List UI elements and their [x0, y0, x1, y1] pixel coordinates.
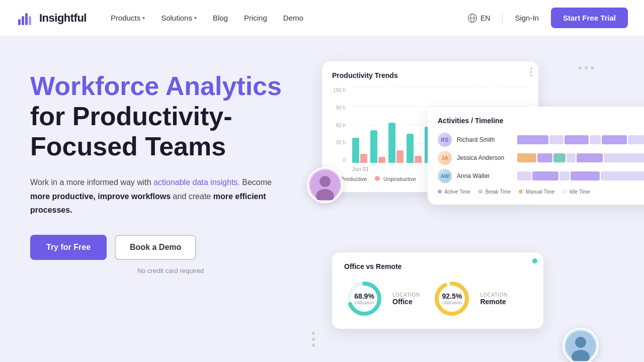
timeline-anna: [517, 171, 644, 181]
activity-row-richard: RS Richard Smith: [438, 133, 644, 147]
person-name-jessica: Jessica Anderson: [457, 154, 512, 161]
bar-teal: [407, 134, 414, 163]
bar-teal: [388, 123, 395, 163]
dot: [312, 332, 315, 335]
office-util-label: Utilization: [354, 300, 374, 305]
card-office-vs-remote: Office vs Remote 68.9% Utilization: [332, 252, 543, 329]
hero-title: Workforce Analytics for Productivity-Foc…: [30, 71, 307, 161]
chevron-down-icon: ▾: [194, 15, 197, 21]
office-loc-label: LOCATION: [392, 292, 420, 298]
bar-pink: [396, 150, 404, 163]
bar-teal: [352, 138, 359, 163]
activities-legend: Active Time Break Time Manual Time Idle …: [438, 189, 644, 195]
nav-item-products[interactable]: Products ▾: [111, 14, 145, 22]
logo-icon: [16, 9, 34, 27]
legend-idle: Idle Time: [562, 189, 590, 195]
globe-icon: [467, 13, 477, 23]
hero-description: Work in a more informed way with actiona…: [30, 175, 282, 217]
bar-pink: [360, 154, 367, 163]
timeline-richard: [517, 135, 644, 145]
office-loc-name: Office: [392, 298, 420, 306]
decoration-dots-bottom: [312, 332, 315, 347]
legend-manual: Manual Time: [519, 189, 554, 195]
svg-point-11: [319, 176, 331, 187]
svg-rect-3: [29, 16, 31, 25]
bar-teal: [370, 130, 377, 163]
nav-item-solutions[interactable]: Solutions ▾: [161, 14, 197, 22]
avatar-richard: RS: [438, 133, 452, 147]
decoration-dots-top: [579, 66, 594, 69]
bar-group: [370, 130, 385, 163]
donut-office: 68.9% Utilization: [344, 279, 384, 319]
activity-row-anna: AW Anna Walter: [438, 169, 644, 183]
hero-title-plain: for Productivity-Focused Teams: [30, 102, 232, 161]
office-title: Office vs Remote: [344, 262, 531, 270]
dot: [585, 66, 588, 69]
bar-group: [388, 123, 404, 163]
avatar-anna: AW: [438, 169, 452, 183]
floating-avatar-2: [562, 328, 599, 362]
bar-pink: [378, 157, 385, 163]
chevron-down-icon: ▾: [142, 15, 145, 21]
legend-active: Active Time: [438, 189, 470, 195]
nav-item-blog[interactable]: Blog: [213, 14, 228, 22]
legend-dot-unproductive: [375, 176, 380, 181]
svg-rect-0: [18, 19, 21, 25]
card-menu[interactable]: [530, 67, 532, 76]
remote-util-label: Utilization: [442, 300, 462, 305]
language-selector[interactable]: EN: [467, 13, 490, 23]
brand-name: Insightful: [39, 12, 87, 25]
lang-label: EN: [480, 14, 490, 22]
dot: [312, 344, 315, 347]
svg-rect-2: [25, 13, 28, 25]
divider: [502, 12, 503, 24]
book-demo-button[interactable]: Book a Demo: [115, 235, 196, 260]
nav-links: Products ▾ Solutions ▾ Blog Pricing: [111, 14, 303, 22]
office-pct: 68.9%: [354, 292, 374, 300]
remote-loc-name: Remote: [480, 298, 507, 306]
logo[interactable]: Insightful: [16, 9, 87, 27]
svg-point-14: [575, 337, 586, 348]
remote-pct: 92.5%: [442, 292, 462, 300]
navbar: Insightful Products ▾ Solutions ▾ Blog: [0, 0, 644, 36]
remote-metric: 92.5% Utilization LOCATION Remote: [432, 279, 507, 319]
floating-avatar-1: [307, 167, 343, 203]
hero-buttons: Try for Free Book a Demo: [30, 235, 307, 260]
office-location: LOCATION Office: [392, 292, 420, 306]
person-name-anna: Anna Walter: [457, 172, 512, 179]
dot: [579, 66, 582, 69]
nav-item-pricing[interactable]: Pricing: [244, 14, 267, 22]
legend-unproductive: Unproductive: [375, 176, 416, 182]
svg-rect-1: [22, 16, 24, 25]
signin-link[interactable]: Sign-In: [515, 14, 539, 22]
remote-loc-label: LOCATION: [480, 292, 507, 298]
hero-left: Workforce Analytics for Productivity-Foc…: [30, 61, 307, 275]
office-metric: 68.9% Utilization LOCATION Office: [344, 279, 420, 319]
x-label-jun01: Jun 01: [352, 166, 369, 172]
activity-row-jessica: JA Jessica Anderson: [438, 151, 644, 165]
dot: [312, 338, 315, 341]
start-trial-button[interactable]: Start Free Trial: [551, 8, 628, 28]
hero-title-accent: Workforce Analytics: [30, 71, 282, 101]
legend-break: Break Time: [478, 189, 511, 195]
card-activities-timeline: Activities / Timeline RS Richard Smith J…: [428, 107, 644, 205]
person-name-richard: Richard Smith: [457, 136, 512, 143]
office-metrics: 68.9% Utilization LOCATION Office: [344, 279, 531, 319]
bar-group: [352, 138, 367, 163]
no-credit-text: No credit card required: [30, 267, 307, 275]
bar-group: [407, 134, 422, 163]
dot: [591, 66, 594, 69]
timeline-jessica: [517, 153, 644, 163]
status-dot: [532, 258, 537, 263]
activities-title: Activities / Timeline: [438, 117, 644, 125]
donut-remote: 92.5% Utilization: [432, 279, 472, 319]
hero-right: Productivity Trends 150 h 90 h 60 h 30 h…: [307, 61, 614, 362]
hero-section: Workforce Analytics for Productivity-Foc…: [0, 36, 644, 362]
nav-item-demo[interactable]: Demo: [283, 14, 303, 22]
navbar-left: Insightful Products ▾ Solutions ▾ Blog: [16, 9, 303, 27]
hero-link-text: actionable data insights.: [153, 178, 240, 187]
bar-pink: [415, 156, 422, 163]
productivity-title: Productivity Trends: [332, 71, 528, 79]
chart-y-axis: 150 h 90 h 60 h 30 h 0: [333, 87, 346, 163]
try-for-free-button[interactable]: Try for Free: [30, 235, 107, 260]
